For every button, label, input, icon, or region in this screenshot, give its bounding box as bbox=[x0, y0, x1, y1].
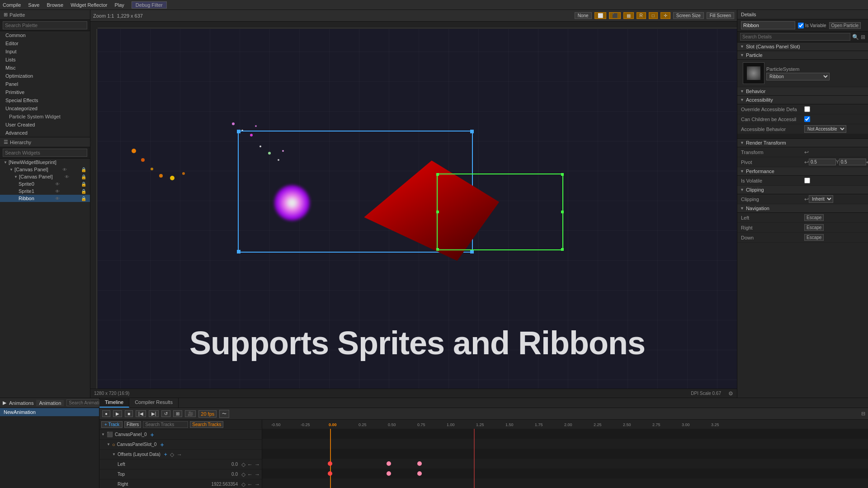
offsets-key-icon[interactable]: ◇ bbox=[170, 451, 174, 458]
top-prev-icon[interactable]: ← bbox=[247, 471, 253, 478]
hier-ribbon[interactable]: Ribbon 👁 🔒 bbox=[0, 195, 90, 202]
left-prev-icon[interactable]: ← bbox=[247, 461, 253, 468]
tab-compiler[interactable]: Compiler Results bbox=[129, 398, 179, 408]
lock-icon[interactable]: 🔒 bbox=[81, 189, 86, 194]
menu-browse[interactable]: Browse bbox=[47, 2, 63, 8]
visibility-icon[interactable]: 👁 bbox=[55, 196, 60, 201]
palette-item-common[interactable]: Common bbox=[0, 31, 90, 39]
lock-icon[interactable]: 🔒 bbox=[81, 167, 86, 172]
hier-canvas-panel-2[interactable]: ▼ [Canvas Panel] 👁 🔒 bbox=[0, 173, 90, 180]
tl-expand-icon[interactable]: ⊟ bbox=[861, 411, 865, 417]
palette-item-uncategorized[interactable]: Uncategorized bbox=[0, 104, 90, 113]
menu-compile[interactable]: Compile bbox=[3, 2, 21, 8]
vp-none-btn[interactable]: None bbox=[575, 12, 592, 19]
visibility-icon[interactable]: 👁 bbox=[62, 167, 67, 172]
details-search-input[interactable] bbox=[740, 33, 850, 41]
accessible-behavior-select[interactable]: Not Accessible bbox=[804, 125, 846, 133]
offsets-next-icon[interactable]: → bbox=[177, 451, 182, 458]
palette-search-input[interactable] bbox=[3, 21, 87, 29]
palette-item-primitive[interactable]: Primitive bbox=[0, 88, 90, 96]
performance-header[interactable]: ▼ Performance bbox=[737, 167, 868, 176]
details-name-input[interactable] bbox=[741, 21, 795, 29]
palette-item-lists[interactable]: Lists bbox=[0, 56, 90, 64]
tl-play-btn[interactable]: ▶ bbox=[113, 410, 122, 417]
track-add-icon[interactable]: + bbox=[160, 441, 164, 448]
track-search-input[interactable] bbox=[143, 421, 188, 428]
clipping-arrow-icon[interactable]: ↩ bbox=[804, 196, 809, 202]
viewport-canvas[interactable]: Supports Sprites and Ribbons bbox=[90, 22, 737, 389]
top-key-icon[interactable]: ◇ bbox=[241, 471, 245, 478]
filters-btn[interactable]: Filters bbox=[124, 421, 141, 428]
track-top[interactable]: Top 0.0 ◇ ← → bbox=[99, 469, 262, 479]
hier-new-widget-blueprint[interactable]: ▼ [NewWidgetBlueprint] bbox=[0, 159, 90, 166]
grid-icon[interactable]: ⊞ bbox=[861, 34, 865, 40]
nav-left-escape-btn[interactable]: Escape bbox=[804, 214, 824, 221]
palette-item-misc[interactable]: Misc bbox=[0, 64, 90, 72]
vp-tool-btn-2[interactable]: ⬛ bbox=[609, 12, 621, 19]
animation-item-new[interactable]: NewAnimation bbox=[0, 408, 99, 416]
pivot-reset-icon[interactable]: ↩ bbox=[866, 159, 868, 165]
tl-loop-btn[interactable]: ↺ bbox=[161, 410, 170, 417]
settings-icon[interactable]: ⚙ bbox=[728, 390, 733, 397]
palette-item-input[interactable]: Input bbox=[0, 47, 90, 56]
tl-record-btn[interactable]: ● bbox=[102, 410, 110, 417]
debug-filter-button[interactable]: Debug Filter bbox=[132, 1, 167, 9]
render-transform-header[interactable]: ▼ Render Transform bbox=[737, 139, 868, 147]
vp-tool-btn-r[interactable]: R bbox=[637, 12, 646, 19]
transform-arrow-icon[interactable]: ↩ bbox=[804, 149, 809, 155]
palette-item-panel[interactable]: Panel bbox=[0, 80, 90, 88]
pivot-x-input[interactable] bbox=[809, 159, 836, 165]
visibility-icon[interactable]: 👁 bbox=[55, 189, 60, 194]
hier-sprite1[interactable]: Sprite1 👁 🔒 bbox=[0, 188, 90, 195]
pivot-arrow-icon[interactable]: ↩ bbox=[804, 159, 809, 165]
can-children-checkbox[interactable] bbox=[804, 116, 810, 122]
tab-timeline[interactable]: Timeline bbox=[99, 398, 129, 408]
track-left[interactable]: Left 0.0 ◇ ← → bbox=[99, 460, 262, 469]
add-track-btn[interactable]: + Track bbox=[101, 421, 123, 428]
accessibility-section-header[interactable]: ▼ Accessibility bbox=[737, 96, 868, 104]
palette-item-editor[interactable]: Editor bbox=[0, 39, 90, 47]
hierarchy-search-input[interactable] bbox=[3, 149, 87, 157]
vp-tool-btn-3[interactable]: ▦ bbox=[623, 12, 634, 19]
lock-icon[interactable]: 🔒 bbox=[81, 182, 86, 187]
timeline-keyframes[interactable]: -0.50 -0.25 0.00 0.25 0.50 0.75 1.00 1.2… bbox=[262, 420, 868, 488]
vp-tool-btn-5[interactable]: ✛ bbox=[660, 12, 670, 19]
palette-item-particle-system-widget[interactable]: Particle System Widget bbox=[0, 113, 90, 121]
menu-widget-reflector[interactable]: Widget Reflector bbox=[71, 2, 107, 8]
track-add-icon[interactable]: + bbox=[151, 431, 154, 438]
palette-item-optimization[interactable]: Optimization bbox=[0, 72, 90, 80]
fill-screen-btn[interactable]: Fill Screen bbox=[707, 12, 734, 19]
right-prev-icon[interactable]: ← bbox=[247, 481, 253, 488]
tl-curve-btn[interactable]: 〜 bbox=[219, 410, 229, 418]
pivot-y-input[interactable] bbox=[839, 159, 866, 165]
palette-item-user-created[interactable]: User Created bbox=[0, 121, 90, 129]
is-variable-checkbox[interactable] bbox=[798, 23, 804, 28]
hier-canvas-panel-1[interactable]: ▼ [Canvas Panel] 👁 🔒 bbox=[0, 166, 90, 173]
vp-tool-btn-4[interactable]: □ bbox=[649, 12, 658, 19]
track-canvas-panel[interactable]: ▼ ⬛ CanvasPanel_0 + bbox=[99, 430, 262, 440]
clipping-select[interactable]: Inherit bbox=[809, 195, 833, 203]
offsets-add-icon[interactable]: + bbox=[164, 451, 167, 458]
right-next-icon[interactable]: → bbox=[255, 481, 260, 488]
clipping-header[interactable]: ▼ Clipping bbox=[737, 186, 868, 194]
right-key-icon[interactable]: ◇ bbox=[241, 481, 245, 488]
track-right[interactable]: Right 1922.563354 ◇ ← → bbox=[99, 479, 262, 488]
hier-sprite0[interactable]: Sprite0 👁 🔒 bbox=[0, 180, 90, 188]
palette-item-special-effects[interactable]: Special Effects bbox=[0, 96, 90, 104]
track-canvas-slot[interactable]: ▼ ○ CanvasPanelSlot_0 + bbox=[99, 440, 262, 450]
tl-step-fwd-btn[interactable]: ▶| bbox=[149, 410, 159, 417]
menu-play[interactable]: Play bbox=[114, 2, 124, 8]
tl-cam-btn[interactable]: 🎥 bbox=[185, 410, 196, 417]
volatile-checkbox[interactable] bbox=[804, 178, 810, 183]
menu-save[interactable]: Save bbox=[28, 2, 39, 8]
visibility-icon[interactable]: 👁 bbox=[55, 182, 60, 187]
tl-snap-btn[interactable]: ⊞ bbox=[173, 410, 182, 417]
tl-step-back-btn[interactable]: |◀ bbox=[136, 410, 146, 417]
particle-system-select[interactable]: Ribbon bbox=[766, 73, 830, 80]
lock-icon[interactable]: 🔒 bbox=[81, 196, 86, 201]
track-offsets[interactable]: ▼ Offsets (Layout Data) + ◇ → bbox=[99, 450, 262, 460]
left-next-icon[interactable]: → bbox=[255, 461, 260, 468]
screen-size-btn[interactable]: Screen Size bbox=[673, 12, 704, 19]
nav-right-escape-btn[interactable]: Escape bbox=[804, 224, 824, 231]
nav-down-escape-btn[interactable]: Escape bbox=[804, 234, 824, 241]
